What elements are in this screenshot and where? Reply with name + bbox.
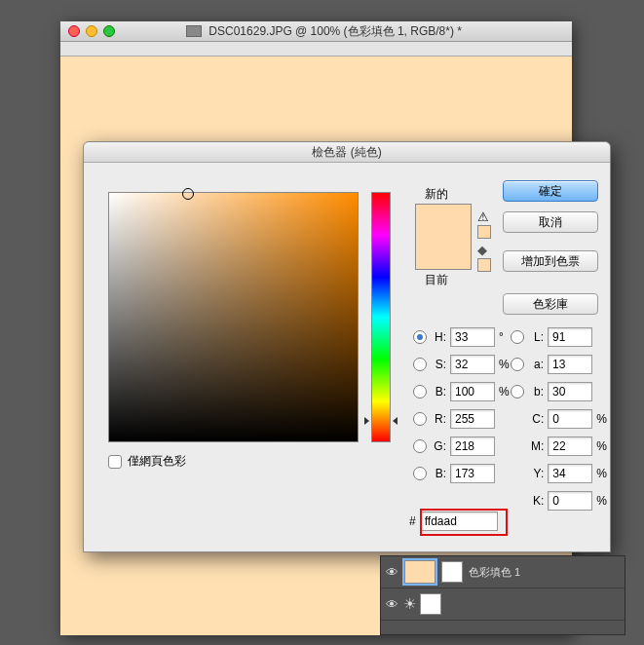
h-input[interactable] — [450, 327, 495, 347]
websafe-warning-icon[interactable]: ◆ — [477, 243, 487, 257]
h-label: H: — [431, 330, 446, 344]
y-input[interactable] — [548, 464, 592, 483]
visibility-icon[interactable]: 👁 — [385, 565, 398, 580]
s-label: S: — [431, 358, 446, 371]
layer-mask-thumbnail[interactable] — [441, 561, 463, 583]
cancel-button[interactable]: 取消 — [503, 211, 598, 233]
y-label: Y: — [527, 467, 545, 480]
new-color-label: 新的 — [425, 186, 448, 203]
r-input[interactable] — [450, 409, 495, 429]
layers-panel: 👁 色彩填色 1 👁 ☀ — [380, 555, 625, 635]
r-label: R: — [431, 412, 446, 426]
layer-mask-thumbnail[interactable] — [420, 593, 441, 615]
hue-slider[interactable] — [371, 192, 391, 442]
b-hsb-input[interactable] — [450, 382, 495, 401]
color-preview — [415, 204, 472, 270]
layer-thumbnail[interactable] — [404, 560, 436, 584]
r-radio[interactable] — [413, 412, 427, 426]
ruler[interactable] — [60, 42, 572, 57]
hex-hash-label: # — [409, 514, 416, 528]
websafe-warning-swatch[interactable] — [477, 258, 491, 272]
b-rgb-radio[interactable] — [413, 467, 427, 480]
l-radio[interactable] — [511, 330, 524, 344]
b-rgb-label: B: — [431, 467, 446, 480]
document-title: DSC01629.JPG @ 100% (色彩填色 1, RGB/8*) * — [115, 23, 572, 40]
web-colors-only-checkbox[interactable] — [108, 455, 122, 469]
a-radio[interactable] — [511, 358, 524, 371]
ok-button[interactable]: 確定 — [503, 180, 598, 202]
a-label: a: — [528, 358, 544, 371]
color-cursor-icon[interactable] — [182, 188, 194, 200]
k-input[interactable] — [548, 491, 592, 511]
new-color-swatch[interactable] — [416, 205, 471, 237]
m-input[interactable] — [548, 436, 592, 456]
b-hsb-radio[interactable] — [413, 385, 427, 398]
layer-row[interactable]: 👁 色彩填色 1 — [381, 556, 625, 588]
close-icon[interactable] — [68, 25, 80, 37]
b-lab-label: b: — [528, 385, 544, 398]
layer-name[interactable]: 色彩填色 1 — [469, 565, 621, 580]
c-label: C: — [527, 412, 545, 426]
add-to-swatches-button[interactable]: 增加到色票 — [503, 250, 598, 272]
l-input[interactable] — [548, 327, 592, 347]
m-label: M: — [527, 439, 545, 453]
c-input[interactable] — [548, 409, 592, 429]
saturation-brightness-field[interactable] — [108, 192, 359, 442]
g-radio[interactable] — [413, 439, 427, 453]
color-picker-dialog: 檢色器 (純色) 新的 目前 ⚠ ◆ 確定 取消 增加到色票 色彩庫 H: — [83, 141, 611, 552]
color-libraries-button[interactable]: 色彩庫 — [503, 293, 598, 315]
current-color-label: 目前 — [425, 272, 448, 288]
color-picker-title[interactable]: 檢色器 (純色) — [84, 142, 610, 163]
zoom-icon[interactable] — [103, 25, 115, 37]
b-lab-input[interactable] — [548, 382, 592, 401]
document-titlebar[interactable]: DSC01629.JPG @ 100% (色彩填色 1, RGB/8*) * — [60, 21, 572, 42]
color-value-fields: H: ° L: S: % a: — [413, 323, 608, 514]
a-input[interactable] — [548, 355, 592, 374]
g-label: G: — [431, 439, 446, 453]
b-lab-radio[interactable] — [511, 385, 524, 398]
gamut-warning-swatch[interactable] — [477, 225, 491, 239]
b-hsb-label: B: — [431, 385, 446, 398]
s-input[interactable] — [450, 355, 495, 374]
s-radio[interactable] — [413, 358, 427, 371]
minimize-icon[interactable] — [86, 25, 97, 37]
hex-input[interactable] — [420, 512, 498, 531]
visibility-icon[interactable]: 👁 — [385, 597, 398, 612]
document-file-icon — [186, 25, 202, 37]
h-radio[interactable] — [413, 330, 427, 344]
web-colors-only-label: 僅網頁色彩 — [128, 453, 186, 470]
g-input[interactable] — [450, 436, 495, 456]
l-label: L: — [528, 330, 544, 344]
k-label: K: — [527, 494, 545, 508]
layer-row[interactable]: 👁 ☀ — [381, 588, 625, 621]
adjustment-icon[interactable]: ☀ — [398, 593, 420, 615]
gamut-warning-icon[interactable]: ⚠ — [477, 209, 489, 224]
b-rgb-input[interactable] — [450, 464, 495, 483]
current-color-swatch[interactable] — [416, 237, 471, 269]
hue-thumb-icon[interactable] — [366, 417, 396, 423]
